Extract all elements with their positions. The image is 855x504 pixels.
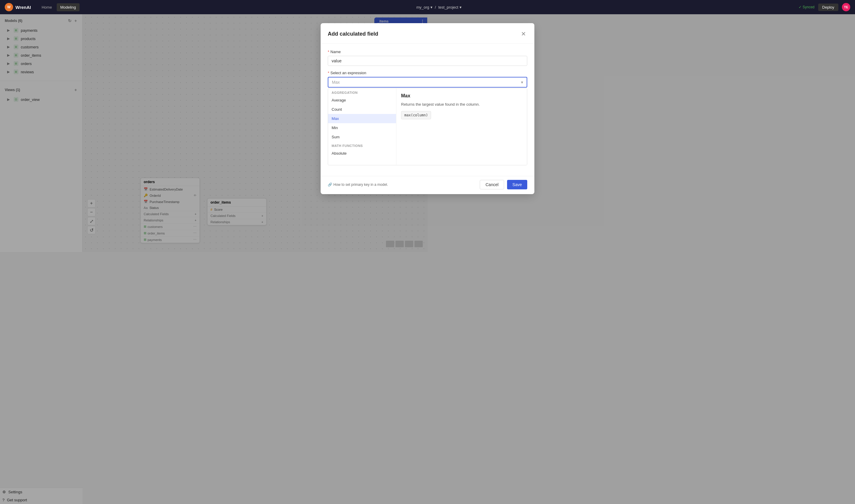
required-star: *	[328, 71, 329, 75]
modal-backdrop: Add calculated field ✕ * Name * Select a…	[0, 14, 427, 252]
expression-label: * Select an expression	[328, 71, 427, 75]
dropdown-item-max[interactable]: Max Max	[328, 114, 396, 123]
dropdown-item-sum[interactable]: Sum	[328, 132, 396, 142]
modal-footer: 🔗 How to set primary key in a model. Can…	[321, 176, 427, 194]
nav-modeling[interactable]: Modeling	[57, 3, 79, 11]
help-link[interactable]: 🔗 How to set primary key in a model.	[328, 182, 388, 187]
name-input[interactable]	[328, 56, 427, 66]
expression-form-section: * Select an expression Max ▾ Aggregation…	[328, 71, 427, 165]
detail-title: Max	[401, 93, 427, 98]
detail-desc: Returns the largest value found in the c…	[401, 102, 427, 107]
name-label: * Name	[328, 50, 427, 54]
org-name: my_org	[416, 5, 428, 10]
aggregation-group-label: Aggregation	[328, 88, 396, 95]
logo-icon: W	[5, 3, 13, 11]
dropdown-item-absolute[interactable]: Absolute	[328, 149, 396, 158]
nav-home[interactable]: Home	[38, 3, 55, 11]
footer-link-text: How to set primary key in a model.	[333, 182, 388, 187]
logo-text: WrenAI	[15, 5, 31, 10]
dropdown-list: Aggregation Average Count Max Max Min Su…	[328, 88, 396, 165]
dropdown-item-min[interactable]: Min	[328, 123, 396, 132]
expression-selector[interactable]: Max ▾	[328, 77, 427, 88]
expression-container: Max ▾ Aggregation Average Count Max Max	[328, 77, 427, 165]
code-block: max(column)	[401, 111, 427, 119]
nav-links: Home Modeling	[38, 3, 79, 11]
modal-title: Add calculated field	[328, 31, 378, 37]
org-selector[interactable]: my_org ▾	[416, 5, 428, 10]
expression-dropdown: Aggregation Average Count Max Max Min Su…	[328, 88, 427, 165]
add-calculated-field-modal: Add calculated field ✕ * Name * Select a…	[321, 23, 427, 194]
dropdown-detail: Max Returns the largest value found in t…	[396, 88, 427, 165]
logo[interactable]: W WrenAI	[5, 3, 31, 11]
nav-center: my_org ▾ / test_project ▾	[84, 5, 427, 10]
dropdown-item-average[interactable]: Average	[328, 95, 396, 105]
math-group-label: Math functions	[328, 142, 396, 149]
dropdown-item-count[interactable]: Count	[328, 105, 396, 114]
link-icon: 🔗	[328, 182, 332, 187]
top-nav: W WrenAI Home Modeling my_org ▾ / test_p…	[0, 0, 427, 14]
modal-header: Add calculated field ✕	[321, 23, 427, 43]
modal-body: * Name * Select an expression Max ▾	[321, 43, 427, 176]
expression-value: Max	[332, 80, 340, 85]
name-form-section: * Name	[328, 50, 427, 66]
required-star: *	[328, 50, 329, 54]
